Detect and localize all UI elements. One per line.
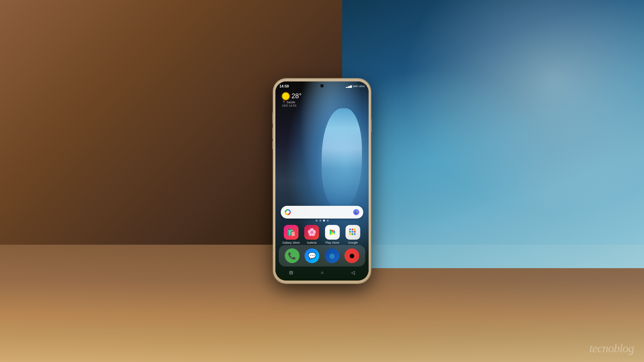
signal-icon: ▂▄▆ [346,85,352,88]
dock-phone[interactable]: 📞 [283,248,301,263]
dock-screen-recorder[interactable]: ⏺ [343,248,361,263]
google-logo [285,209,291,215]
weather-location: 📍 Saúde [282,101,302,104]
phone-device: 14:59 ▂▄▆ WiFi 85% 28° 📍 Saúde 16/2 14:5… [273,79,371,283]
navigation-bar: ⊟ ○ ◁ [275,267,369,278]
front-camera [320,84,324,87]
svg-rect-10 [349,233,351,235]
galeria-label: Galeria [307,241,317,244]
galeria-icon: 🌸 [304,225,319,240]
sun-icon [282,93,289,100]
status-time: 14:59 [279,84,289,88]
tv-display [342,0,644,268]
svg-rect-6 [354,229,356,230]
app-grid: 🛍️ Galaxy Store 🌸 Galeria [275,220,369,247]
page-dot-3 [323,220,325,222]
messages-app-icon: 💬 [305,248,319,263]
svg-rect-8 [352,231,353,233]
app-galeria[interactable]: 🌸 Galeria [303,225,321,244]
phone-app-icon: 📞 [285,248,300,263]
bixby-button[interactable] [272,141,273,149]
screen-recorder-icon: ⏺ [344,248,359,263]
app-play-store[interactable]: Play Store [323,225,341,244]
svg-rect-11 [352,233,353,235]
tv-water-pattern [342,0,644,268]
page-dot-2 [319,220,321,222]
weather-temp-row: 28° [282,92,302,100]
svg-rect-9 [354,231,356,233]
svg-rect-12 [354,233,356,235]
location-pin-icon: 📍 [282,101,286,104]
play-store-label: Play Store [325,241,339,244]
page-indicators [281,220,363,222]
galaxy-store-label: Galaxy Store [282,241,300,244]
power-button[interactable] [371,119,372,132]
recents-button[interactable]: ⊟ [289,270,293,275]
dock: 📞 💬 ◎ ⏺ [279,245,365,266]
weather-widget: 28° 📍 Saúde 16/2 14:53 [282,92,302,107]
dock-samsung-connect[interactable]: ◎ [323,248,341,263]
play-store-triangle [328,228,336,236]
svg-rect-7 [349,231,351,233]
page-dot-1 [316,220,318,222]
back-button[interactable]: ◁ [351,270,355,275]
home-button[interactable]: ○ [321,270,323,275]
google-apps-icon [345,225,360,240]
app-row-1: 🛍️ Galaxy Store 🌸 Galeria [281,225,363,244]
app-google[interactable]: Google [344,225,362,244]
status-icons: ▂▄▆ WiFi 85% [346,85,365,88]
svg-rect-5 [352,229,353,230]
google-g-inner [286,210,289,214]
svg-rect-4 [349,229,351,230]
google-label: Google [348,241,358,244]
phone-screen: 14:59 ▂▄▆ WiFi 85% 28° 📍 Saúde 16/2 14:5… [275,81,369,281]
page-dot-4 [327,220,329,222]
wifi-icon: WiFi [353,85,358,88]
temperature-display: 28° [291,92,302,100]
watermark: tecnoblog [589,341,634,355]
play-store-icon [325,225,340,240]
google-search-bar[interactable]: 🎤 [281,206,363,219]
google-grid-icon [348,228,357,237]
battery-icon: 85% [359,85,365,88]
scene: 14:59 ▂▄▆ WiFi 85% 28° 📍 Saúde 16/2 14:5… [0,0,644,362]
samsung-connect-icon: ◎ [325,248,339,263]
voice-search-icon[interactable]: 🎤 [353,209,359,215]
weather-date: 16/2 14:53 [282,104,302,107]
galaxy-store-icon: 🛍️ [284,225,299,240]
dock-messages[interactable]: 💬 [303,248,321,263]
volume-up-button[interactable] [272,112,273,124]
app-galaxy-store[interactable]: 🛍️ Galaxy Store [282,225,300,244]
wallpaper-wave [322,108,362,209]
volume-down-button[interactable] [272,127,273,139]
